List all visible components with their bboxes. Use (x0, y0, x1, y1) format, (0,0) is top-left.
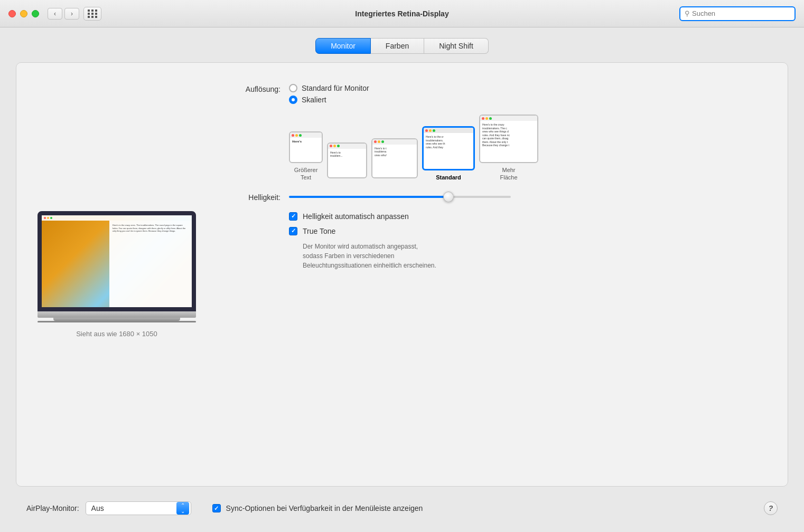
titlebar: ‹ › Integriertes Retina-Display ⚲ (0, 0, 804, 27)
res-thumb-2[interactable]: Here's totroublem... (327, 142, 367, 182)
radio-skaliert-btn[interactable] (289, 96, 297, 104)
tab-night-shift[interactable]: Night Shift (424, 38, 489, 54)
true-tone-label: True Tone (303, 227, 335, 235)
res-thumb-standard[interactable]: Here's to the crtroublemakers.ones who s… (422, 126, 475, 181)
nav-buttons: ‹ › (48, 8, 79, 20)
tab-bar: Monitor Farben Night Shift (16, 38, 788, 54)
thumb-bar (480, 116, 537, 121)
close-button[interactable] (8, 10, 16, 17)
minimize-button[interactable] (20, 10, 27, 17)
search-box[interactable]: ⚲ (679, 6, 796, 21)
brightness-slider[interactable] (289, 196, 511, 198)
radio-skaliert-label: Skaliert (302, 96, 326, 104)
resolution-thumbnails: Here's GrößererText Here's totroublem... (289, 115, 766, 182)
airplay-row: AirPlay-Monitor: Aus ⌃⌄ (26, 501, 191, 515)
grid-icon (88, 10, 98, 18)
sync-checkmark-icon: ✓ (214, 506, 219, 511)
thumb-bar (328, 144, 366, 149)
radio-skaliert[interactable]: Skaliert (289, 96, 369, 104)
auto-brightness-checkbox[interactable]: ✓ (289, 212, 297, 221)
grid-button[interactable] (83, 7, 101, 21)
help-button[interactable]: ? (764, 501, 778, 515)
thumb-label-mehr: MehrFläche (500, 166, 517, 182)
laptop-size-label: Sieht aus wie 1680 × 1050 (76, 330, 157, 338)
screen-mini-bar (42, 215, 192, 221)
res-thumb-3[interactable]: Here's to ttroublemaones who/ (371, 138, 418, 182)
thumb-content: Here's to the crazytroublemakers. The co… (480, 121, 537, 162)
slider-thumb[interactable] (443, 192, 454, 202)
search-input[interactable] (692, 10, 790, 17)
resolution-label: Auflösung: (228, 84, 281, 93)
main-panel: Here's to the crazy ones. The troublemak… (16, 62, 788, 487)
airplay-label: AirPlay-Monitor: (26, 504, 79, 512)
airplay-select-wrapper: Aus ⌃⌄ (86, 501, 191, 515)
laptop-preview: Here's to the crazy ones. The troublemak… (38, 79, 196, 470)
res-thumb-groesser[interactable]: Here's GrößererText (289, 131, 323, 182)
search-icon: ⚲ (685, 10, 690, 17)
sync-checkbox[interactable]: ✓ (212, 504, 221, 512)
sync-option-row: ✓ Sync-Optionen bei Verfügbarkeit in der… (212, 504, 423, 512)
thumb-content: Here's to the crtroublemakers.ones who s… (424, 133, 473, 169)
thumb-label: GrößererText (294, 166, 318, 182)
sync-checkbox-label: Sync-Optionen bei Verfügbarkeit in der M… (226, 504, 423, 512)
brightness-section: Helligkeit: (228, 192, 766, 202)
tab-farben[interactable]: Farben (371, 38, 424, 54)
thumb-bar (424, 128, 473, 133)
true-tone-row[interactable]: ✓ True Tone (289, 227, 766, 235)
radio-standard-label: Standard für Monitor (302, 84, 369, 92)
auto-brightness-row[interactable]: ✓ Helligkeit automatisch anpassen (289, 212, 766, 221)
maximize-button[interactable] (32, 10, 39, 17)
checkmark-icon: ✓ (291, 213, 296, 219)
laptop-base (38, 311, 196, 318)
checkboxes-section: ✓ Helligkeit automatisch anpassen ✓ True… (289, 212, 766, 270)
true-tone-checkbox[interactable]: ✓ (289, 227, 297, 235)
thumb-content: Here's (290, 138, 322, 162)
forward-button[interactable]: › (64, 8, 79, 20)
radio-standard[interactable]: Standard für Monitor (289, 84, 369, 92)
resolution-radio-group: Standard für Monitor Skaliert (289, 84, 369, 104)
thumb-bar (290, 132, 322, 138)
thumb-content: Here's totroublem... (328, 149, 366, 177)
radio-standard-btn[interactable] (289, 84, 297, 92)
resolution-section: Auflösung: Standard für Monitor Skaliert (228, 84, 766, 104)
screen-text: Here's to the crazy ones. The troublemak… (109, 221, 192, 307)
checkmark-icon: ✓ (291, 228, 296, 234)
truetone-description: Der Monitor wird automatisch angepasst, … (303, 242, 540, 270)
settings-panel: Auflösung: Standard für Monitor Skaliert (228, 79, 766, 470)
thumb-bar (372, 139, 417, 145)
brightness-label: Helligkeit: (228, 192, 281, 202)
back-button[interactable]: ‹ (48, 8, 62, 20)
airplay-select[interactable]: Aus (86, 501, 191, 515)
laptop-container: Here's to the crazy ones. The troublemak… (38, 211, 196, 322)
traffic-lights (8, 10, 39, 17)
laptop-foot (38, 321, 196, 322)
window-title: Integriertes Retina-Display (355, 10, 448, 18)
tab-monitor[interactable]: Monitor (315, 38, 371, 54)
bottom-bar: AirPlay-Monitor: Aus ⌃⌄ ✓ Sync-Optionen … (16, 495, 788, 521)
thumb-label-standard: Standard (436, 174, 461, 181)
laptop-screen: Here's to the crazy ones. The troublemak… (38, 211, 196, 311)
res-thumb-mehr[interactable]: Here's to the crazytroublemakers. The co… (479, 115, 538, 182)
auto-brightness-label: Helligkeit automatisch anpassen (303, 212, 409, 221)
main-content: Monitor Farben Night Shift (0, 27, 804, 532)
thumb-content: Here's to ttroublemaones who/ (372, 145, 417, 177)
screen-content: Here's to the crazy ones. The troublemak… (42, 215, 192, 307)
